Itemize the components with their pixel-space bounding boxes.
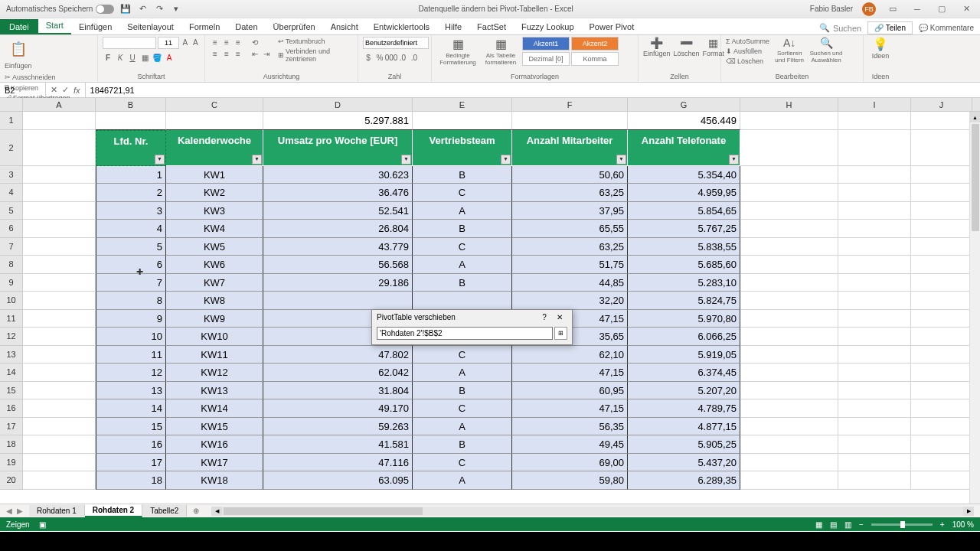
- clear-button[interactable]: ⌫ Löschen: [726, 57, 769, 66]
- table-cell[interactable]: KW12: [166, 364, 263, 382]
- cell[interactable]: [838, 184, 911, 202]
- table-cell[interactable]: 9: [96, 310, 166, 328]
- row-header[interactable]: 4: [0, 184, 23, 202]
- cell[interactable]: [911, 274, 972, 292]
- font-family-select[interactable]: [103, 37, 156, 49]
- vertical-scrollbar[interactable]: ▲: [969, 112, 980, 504]
- table-cell[interactable]: C: [413, 346, 512, 364]
- table-cell[interactable]: KW15: [166, 418, 263, 436]
- autosave-toggle[interactable]: Automatisches Speichern: [6, 5, 114, 14]
- filter-button[interactable]: ▼: [729, 155, 739, 165]
- align-bottom-icon[interactable]: ≡: [233, 37, 243, 47]
- row-header[interactable]: 15: [0, 382, 23, 400]
- tab-help[interactable]: Hilfe: [437, 19, 469, 34]
- col-header[interactable]: E: [413, 98, 512, 111]
- col-header[interactable]: C: [166, 98, 263, 111]
- table-cell[interactable]: 36.476: [263, 184, 413, 202]
- delete-cells-icon[interactable]: ➖: [680, 37, 693, 49]
- table-cell[interactable]: 69,00: [512, 454, 628, 472]
- table-cell[interactable]: 49,45: [512, 435, 628, 454]
- table-cell[interactable]: KW17: [166, 454, 263, 472]
- col-header[interactable]: D: [263, 98, 413, 111]
- cell[interactable]: [166, 112, 263, 130]
- view-page-break-icon[interactable]: ▥: [844, 520, 851, 529]
- tab-data[interactable]: Daten: [227, 19, 265, 34]
- cell[interactable]: 456.449: [628, 112, 740, 130]
- cell[interactable]: [911, 238, 972, 256]
- indent-inc-icon[interactable]: ⇥: [261, 48, 272, 59]
- row-header[interactable]: 19: [0, 454, 23, 472]
- dialog-range-input[interactable]: [377, 327, 553, 340]
- table-cell[interactable]: [413, 292, 512, 310]
- table-cell[interactable]: 62,10: [512, 346, 628, 364]
- cell[interactable]: [23, 399, 96, 418]
- sheet-nav-prev-icon[interactable]: ◀: [6, 507, 12, 515]
- fx-icon[interactable]: fx: [74, 86, 80, 95]
- table-cell[interactable]: 5.838,55: [628, 238, 740, 256]
- table-cell[interactable]: 13: [96, 382, 166, 400]
- tab-formulas[interactable]: Formeln: [181, 19, 227, 34]
- filter-button[interactable]: ▼: [401, 155, 411, 165]
- table-cell[interactable]: 30.623: [263, 166, 413, 184]
- table-cell[interactable]: KW18: [166, 471, 263, 490]
- cell[interactable]: [911, 256, 972, 274]
- cut-button[interactable]: ✂ Ausschneiden: [5, 73, 70, 82]
- table-cell[interactable]: 2: [96, 184, 166, 202]
- table-cell[interactable]: 11: [96, 346, 166, 364]
- minimize-button[interactable]: ─: [910, 5, 925, 14]
- select-all-button[interactable]: [0, 98, 23, 111]
- cell[interactable]: [911, 418, 972, 436]
- table-cell[interactable]: 4: [96, 220, 166, 238]
- cell[interactable]: [838, 166, 911, 184]
- table-cell[interactable]: 60,95: [512, 382, 628, 400]
- cell[interactable]: [838, 274, 911, 292]
- cell[interactable]: [740, 238, 838, 256]
- table-cell[interactable]: KW13: [166, 382, 263, 400]
- table-cell[interactable]: 41.581: [263, 435, 413, 454]
- insert-cells-icon[interactable]: ➕: [650, 37, 663, 49]
- table-cell[interactable]: C: [413, 454, 512, 472]
- cell[interactable]: [838, 256, 911, 274]
- col-header[interactable]: G: [628, 98, 740, 111]
- table-cell[interactable]: 16: [96, 435, 166, 454]
- sheet-tab[interactable]: Rohdaten 1: [29, 505, 85, 517]
- cell[interactable]: [838, 454, 911, 472]
- table-cell[interactable]: 6.374,45: [628, 364, 740, 382]
- find-select-icon[interactable]: 🔍: [820, 37, 833, 49]
- table-cell[interactable]: 29.186: [263, 274, 413, 292]
- cell[interactable]: [838, 238, 911, 256]
- cell[interactable]: [512, 112, 628, 130]
- cell[interactable]: [740, 256, 838, 274]
- cell[interactable]: [740, 130, 838, 166]
- cell[interactable]: [911, 166, 972, 184]
- tab-insert[interactable]: Einfügen: [71, 19, 119, 34]
- table-cell[interactable]: 4.959,95: [628, 184, 740, 202]
- style-accent2[interactable]: Akzent2: [571, 37, 619, 51]
- cell[interactable]: [23, 130, 96, 166]
- row-header[interactable]: 7: [0, 238, 23, 256]
- cell[interactable]: [911, 220, 972, 238]
- table-cell[interactable]: C: [413, 184, 512, 202]
- tab-start[interactable]: Start: [38, 18, 71, 34]
- row-header[interactable]: 11: [0, 310, 23, 328]
- table-cell[interactable]: KW11: [166, 346, 263, 364]
- sort-filter-icon[interactable]: A↓: [783, 37, 795, 49]
- row-header[interactable]: 3: [0, 166, 23, 184]
- cell[interactable]: [911, 364, 972, 382]
- table-cell[interactable]: 63,25: [512, 238, 628, 256]
- table-cell[interactable]: 47.802: [263, 346, 413, 364]
- table-cell[interactable]: B: [413, 220, 512, 238]
- row-header[interactable]: 10: [0, 292, 23, 310]
- table-cell[interactable]: 6.289,35: [628, 471, 740, 490]
- cell[interactable]: [23, 382, 96, 400]
- table-cell[interactable]: 4.789,75: [628, 399, 740, 418]
- table-cell[interactable]: B: [413, 274, 512, 292]
- font-color-button[interactable]: A: [164, 52, 175, 63]
- table-cell[interactable]: 43.779: [263, 238, 413, 256]
- dialog-expand-icon[interactable]: ⊞: [554, 327, 567, 340]
- tab-fuzzy[interactable]: Fuzzy Lookup: [514, 19, 581, 34]
- macro-record-icon[interactable]: ▣: [39, 520, 46, 529]
- merge-button[interactable]: ⊞ Verbinden und zentrieren: [278, 47, 353, 64]
- spreadsheet-grid[interactable]: A B C D E F G H I J 15.297.881456.4492Lf…: [0, 98, 980, 504]
- table-cell[interactable]: 50,60: [512, 166, 628, 184]
